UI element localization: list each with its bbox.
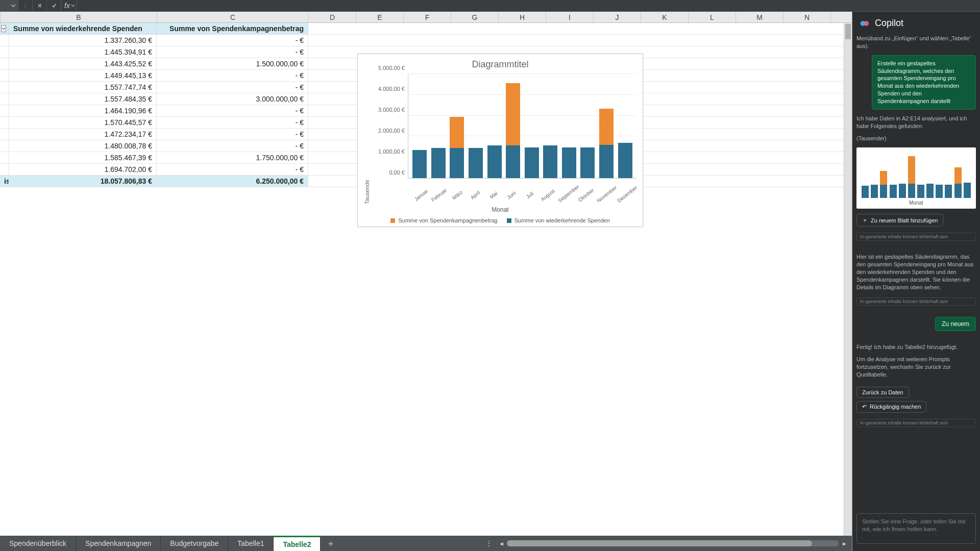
cell[interactable]: 1.585.467,39 € — [9, 152, 157, 163]
copilot-header: Copilot — [852, 12, 980, 35]
column-header-C[interactable]: C — [157, 12, 309, 22]
column-header-F[interactable]: F — [404, 12, 451, 22]
column-header-E[interactable]: E — [356, 12, 404, 22]
vertical-scrollbar[interactable]: ▴ ▾ — [844, 23, 852, 551]
sheet-tab-tabelle2[interactable]: Tabelle2 — [274, 536, 321, 551]
cell[interactable]: 1.557.484,35 € — [9, 93, 157, 105]
plus-icon: ＋ — [862, 216, 868, 224]
column-header-D[interactable]: D — [309, 12, 356, 22]
cell[interactable]: 6.250.000,00 € — [157, 176, 308, 187]
cell[interactable]: 1.570.445,57 € — [9, 117, 157, 128]
legend-b-label: Summe von wiederkehrende Spenden — [514, 217, 610, 223]
column-header-M[interactable]: M — [736, 12, 783, 22]
horizontal-scrollbar[interactable]: ⋮ ◂ ▸ — [425, 536, 852, 551]
copilot-title: Copilot — [875, 18, 903, 29]
undo-button[interactable]: ↶ Rückgängig machen — [856, 401, 926, 413]
cell[interactable] — [0, 93, 9, 105]
cell[interactable] — [0, 58, 9, 69]
plus-icon: ＋ — [326, 537, 335, 549]
cell[interactable]: - € — [157, 35, 308, 46]
fx-label[interactable]: fx — [61, 0, 77, 11]
name-box[interactable] — [0, 0, 18, 11]
to-new-button[interactable]: Zu neuem — [935, 317, 976, 331]
cell[interactable]: 1.480.008,78 € — [9, 140, 157, 152]
cell[interactable]: Summe von wiederkehrende Spenden — [9, 23, 157, 34]
formula-input[interactable] — [77, 0, 980, 11]
cell[interactable]: 1.449.445,13 € — [9, 70, 157, 81]
column-header-J[interactable]: J — [594, 12, 641, 22]
column-header-B[interactable]: B — [1, 12, 157, 22]
accept-formula-button[interactable] — [47, 0, 61, 11]
spreadsheet-area: BCDEFGHIJKLMN Summe von wiederkehrende S… — [0, 12, 852, 551]
copilot-thousand-label: (Tausender) — [856, 135, 976, 142]
chevron-down-icon — [11, 3, 16, 8]
cell[interactable]: - € — [157, 105, 308, 116]
check-icon — [52, 3, 57, 8]
chart-ylabel: Tausende — [364, 74, 370, 204]
cell[interactable]: 1.750.000,00 € — [157, 152, 308, 163]
cell[interactable]: 1.472.234,17 € — [9, 129, 157, 140]
cell[interactable]: - € — [157, 129, 308, 140]
pivot-filter-button[interactable] — [0, 23, 9, 34]
copilot-mini-chart: Monat — [856, 147, 976, 209]
cell[interactable] — [0, 117, 9, 128]
cell[interactable]: - € — [157, 70, 308, 81]
cell[interactable] — [0, 105, 9, 116]
cell[interactable]: - € — [157, 164, 308, 175]
back-to-data-button[interactable]: Zurück zu Daten — [856, 387, 909, 398]
chart-plotarea: JanuarFebruarMärzAprilMaiJuniJuliAugustS… — [408, 74, 636, 179]
grid[interactable]: Summe von wiederkehrende SpendenSumme vo… — [0, 23, 852, 536]
copilot-answer-text: Hier ist ein gestapeltes Säulendiagramm,… — [856, 253, 976, 291]
cell[interactable]: - € — [157, 140, 308, 152]
cell[interactable]: 1.500.000,00 € — [157, 58, 308, 69]
chart-legend: Summe von Spendenkampagnenbetrag Summe v… — [390, 217, 610, 223]
cell[interactable]: 18.057.806,83 € — [9, 176, 157, 187]
ai-disclaimer: KI-generierte Inhalte können fehlerhaft … — [856, 233, 976, 241]
cell[interactable] — [0, 82, 9, 93]
cell[interactable]: 1.443.425,52 € — [9, 58, 157, 69]
column-header-L[interactable]: L — [689, 12, 736, 22]
cell[interactable] — [0, 152, 9, 163]
cell[interactable]: - € — [157, 82, 308, 93]
cell[interactable] — [0, 129, 9, 140]
sheet-tab-budgetvorgabe[interactable]: Budgetvorgabe — [161, 536, 228, 551]
scroll-right-button[interactable]: ▸ — [840, 539, 849, 547]
column-header-H[interactable]: H — [499, 12, 546, 22]
cell[interactable] — [0, 164, 9, 175]
column-header-N[interactable]: N — [783, 12, 831, 22]
sheet-tab-tabelle1[interactable]: Tabelle1 — [228, 536, 274, 551]
cell[interactable]: 1.694.702,00 € — [9, 164, 157, 175]
legend-a-label: Summe von Spendenkampagnenbetrag — [398, 217, 497, 223]
ai-disclaimer: KI-generierte Inhalte können fehlerhaft … — [856, 419, 976, 427]
column-header-K[interactable]: K — [641, 12, 689, 22]
column-header-I[interactable]: I — [546, 12, 594, 22]
column-header-G[interactable]: G — [451, 12, 499, 22]
add-sheet-button[interactable]: ＋ — [321, 536, 341, 551]
scroll-thumb[interactable] — [845, 24, 851, 39]
chart-title: Diagrammtitel — [472, 59, 528, 70]
cell[interactable]: 1.445.394,91 € — [9, 46, 157, 58]
add-to-new-sheet-button[interactable]: ＋ Zu neuem Blatt hinzufügen — [856, 214, 943, 227]
hscroll-thumb[interactable] — [507, 540, 812, 546]
table-row: Summe von wiederkehrende SpendenSumme vo… — [0, 23, 852, 35]
cancel-formula-button[interactable] — [33, 0, 47, 11]
copilot-input[interactable]: Stellen Sie eine Frage, oder teilen Sie … — [856, 513, 976, 544]
cell[interactable]: 1.464.190,96 € — [9, 105, 157, 116]
sheet-tab-spendenüberblick[interactable]: Spendenüberblick — [0, 536, 76, 551]
cell[interactable] — [0, 140, 9, 152]
cell[interactable]: 1.557.747,74 € — [9, 82, 157, 93]
sheet-tab-spendenkampagnen[interactable]: Spendenkampagnen — [76, 536, 161, 551]
cell[interactable]: - € — [157, 46, 308, 58]
cell[interactable] — [0, 35, 9, 46]
scroll-left-button[interactable]: ◂ — [497, 539, 506, 547]
cell[interactable]: is — [0, 176, 9, 187]
cell[interactable]: Summe von Spendenkampagnenbetrag — [157, 23, 308, 34]
cell[interactable]: 1.337.260,30 € — [9, 35, 157, 46]
embedded-chart[interactable]: Diagrammtitel Tausende 0,00 €1.000,00 €2… — [357, 54, 643, 227]
cell[interactable]: - € — [157, 117, 308, 128]
tab-options-icon[interactable]: ⋮ — [482, 539, 496, 547]
cell[interactable] — [0, 46, 9, 58]
cell[interactable]: 3.000.000,00 € — [157, 93, 308, 105]
cell[interactable] — [0, 70, 9, 81]
copilot-hint-top: Menüband zu „Einfügen“ und wählen „Tabel… — [856, 35, 976, 50]
